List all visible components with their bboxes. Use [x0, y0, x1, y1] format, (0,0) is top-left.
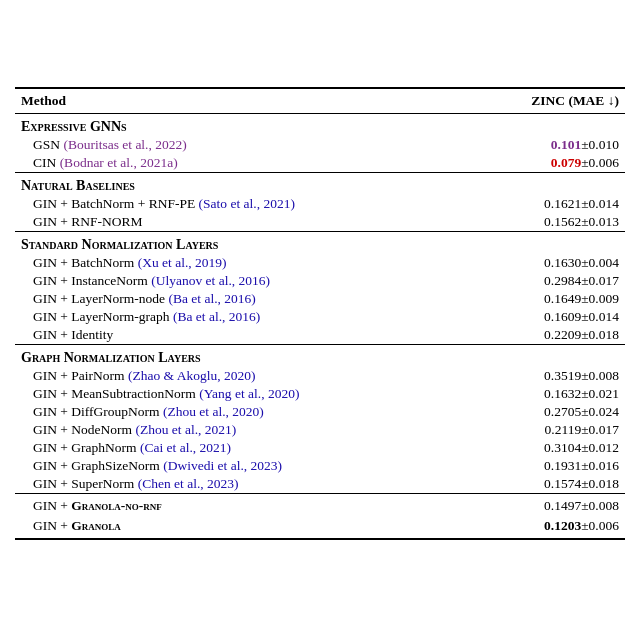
zinc-value: 0.1931±0.016	[430, 457, 625, 475]
results-table: Method ZINC (MAE ↓) Expressive GNNsGSN (…	[15, 87, 625, 540]
method-cell: CIN (Bodnar et al., 2021a)	[15, 154, 430, 173]
zinc-value: 0.2209±0.018	[430, 326, 625, 345]
table-row: GIN + Granola0.1203±0.006	[15, 516, 625, 538]
section-header-standard-norm: Standard Normalization Layers	[15, 231, 625, 254]
zinc-value: 0.2705±0.024	[430, 403, 625, 421]
section-title: Expressive GNNs	[15, 113, 625, 136]
method-column-header: Method	[15, 89, 430, 114]
method-cell: GIN + GraphNorm (Cai et al., 2021)	[15, 439, 430, 457]
zinc-value: 0.1630±0.004	[430, 254, 625, 272]
table-row: GIN + PairNorm (Zhao & Akoglu, 2020)0.35…	[15, 367, 625, 385]
method-cell: GIN + RNF-NORM	[15, 213, 430, 232]
method-cell: GIN + BatchNorm + RNF-PE (Sato et al., 2…	[15, 195, 430, 213]
section-header-natural-baselines: Natural Baselines	[15, 172, 625, 195]
table-row: GIN + NodeNorm (Zhou et al., 2021)0.2119…	[15, 421, 625, 439]
table-header: Method ZINC (MAE ↓)	[15, 89, 625, 114]
zinc-value: 0.3519±0.008	[430, 367, 625, 385]
method-cell: GIN + MeanSubtractionNorm (Yang et al., …	[15, 385, 430, 403]
table-row: GIN + GraphNorm (Cai et al., 2021)0.3104…	[15, 439, 625, 457]
table-row: GIN + LayerNorm-graph (Ba et al., 2016)0…	[15, 308, 625, 326]
table-row: GIN + InstanceNorm (Ulyanov et al., 2016…	[15, 272, 625, 290]
method-cell: GSN (Bouritsas et al., 2022)	[15, 136, 430, 154]
table-row: GSN (Bouritsas et al., 2022)0.101±0.010	[15, 136, 625, 154]
method-cell: GIN + Identity	[15, 326, 430, 345]
zinc-value: 0.2984±0.017	[430, 272, 625, 290]
method-cell: GIN + BatchNorm (Xu et al., 2019)	[15, 254, 430, 272]
zinc-column-header: ZINC (MAE ↓)	[430, 89, 625, 114]
zinc-value: 0.1497±0.008	[430, 493, 625, 516]
section-title: Natural Baselines	[15, 172, 625, 195]
method-cell: GIN + DiffGroupNorm (Zhou et al., 2020)	[15, 403, 430, 421]
table-row: GIN + BatchNorm + RNF-PE (Sato et al., 2…	[15, 195, 625, 213]
zinc-value: 0.3104±0.012	[430, 439, 625, 457]
zinc-value: 0.1609±0.014	[430, 308, 625, 326]
zinc-value: 0.1621±0.014	[430, 195, 625, 213]
table-row: GIN + Granola-no-rnf0.1497±0.008	[15, 493, 625, 516]
method-cell: GIN + LayerNorm-graph (Ba et al., 2016)	[15, 308, 430, 326]
zinc-value: 0.079±0.006	[430, 154, 625, 173]
table-row: GIN + MeanSubtractionNorm (Yang et al., …	[15, 385, 625, 403]
method-cell: GIN + LayerNorm-node (Ba et al., 2016)	[15, 290, 430, 308]
method-cell: GIN + PairNorm (Zhao & Akoglu, 2020)	[15, 367, 430, 385]
method-cell: GIN + InstanceNorm (Ulyanov et al., 2016…	[15, 272, 430, 290]
zinc-value: 0.2119±0.017	[430, 421, 625, 439]
table-row: CIN (Bodnar et al., 2021a)0.079±0.006	[15, 154, 625, 173]
section-header-expressive-gnns: Expressive GNNs	[15, 113, 625, 136]
table-row: GIN + Identity0.2209±0.018	[15, 326, 625, 345]
method-cell: GIN + Granola-no-rnf	[15, 493, 430, 516]
zinc-value: 0.1203±0.006	[430, 516, 625, 538]
zinc-value: 0.1632±0.021	[430, 385, 625, 403]
table-row: GIN + DiffGroupNorm (Zhou et al., 2020)0…	[15, 403, 625, 421]
method-cell: GIN + GraphSizeNorm (Dwivedi et al., 202…	[15, 457, 430, 475]
table-row: GIN + BatchNorm (Xu et al., 2019)0.1630±…	[15, 254, 625, 272]
zinc-value: 0.1649±0.009	[430, 290, 625, 308]
section-header-graph-norm: Graph Normalization Layers	[15, 344, 625, 367]
zinc-value: 0.1574±0.018	[430, 475, 625, 494]
table-row: GIN + GraphSizeNorm (Dwivedi et al., 202…	[15, 457, 625, 475]
zinc-value: 0.101±0.010	[430, 136, 625, 154]
section-title: Standard Normalization Layers	[15, 231, 625, 254]
method-cell: GIN + NodeNorm (Zhou et al., 2021)	[15, 421, 430, 439]
table-row: GIN + LayerNorm-node (Ba et al., 2016)0.…	[15, 290, 625, 308]
method-cell: GIN + SuperNorm (Chen et al., 2023)	[15, 475, 430, 494]
table-row: GIN + SuperNorm (Chen et al., 2023)0.157…	[15, 475, 625, 494]
method-cell: GIN + Granola	[15, 516, 430, 538]
zinc-value: 0.1562±0.013	[430, 213, 625, 232]
table-row: GIN + RNF-NORM0.1562±0.013	[15, 213, 625, 232]
section-title: Graph Normalization Layers	[15, 344, 625, 367]
